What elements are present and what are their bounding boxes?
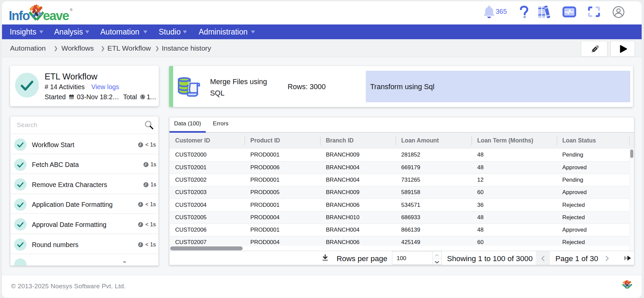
svg-text:®: ® <box>70 8 72 12</box>
svg-text:Info: Info <box>9 9 30 23</box>
svg-text:eave: eave <box>43 9 69 23</box>
